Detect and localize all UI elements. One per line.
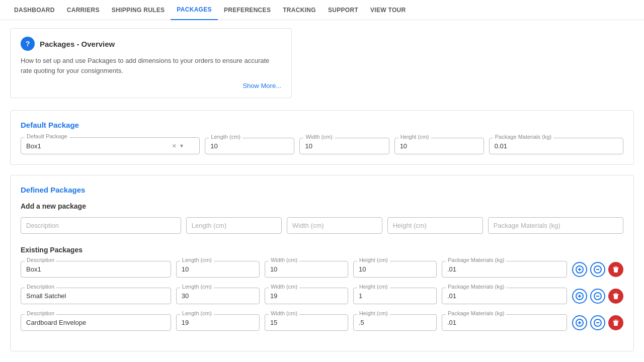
package-row-box1: Description Length (cm) Width (cm) Heigh…	[21, 261, 623, 278]
envelope-materials-label: Package Materials (kg)	[446, 310, 507, 316]
envelope-width-label: Width (cm)	[269, 310, 299, 316]
box1-delete-button[interactable]	[608, 262, 623, 277]
delete-icon	[612, 293, 619, 300]
satchel-materials-wrapper: Package Materials (kg)	[442, 288, 567, 304]
add-description-input[interactable]	[21, 217, 181, 234]
satchel-length-wrapper: Length (cm)	[176, 288, 260, 304]
delete-icon	[612, 266, 619, 273]
delete-icon	[612, 319, 619, 326]
main-content: ? Packages - Overview How to set up and …	[0, 20, 644, 362]
satchel-length-label: Length (cm)	[180, 284, 214, 290]
default-package-section: Default Package Default Package Box1 × ▾…	[10, 110, 634, 165]
show-more-link[interactable]: Show More...	[243, 82, 281, 89]
envelope-length-input[interactable]	[176, 314, 260, 331]
package-row-small-satchel: Description Length (cm) Width (cm) Heigh…	[21, 288, 623, 304]
nav-preferences[interactable]: PREFERENCES	[218, 0, 277, 20]
info-icon: ?	[21, 37, 35, 51]
default-package-select-value: Box1	[26, 142, 41, 150]
info-box: ? Packages - Overview How to set up and …	[10, 28, 292, 98]
nav-support[interactable]: SUPPORT	[322, 0, 364, 20]
defined-packages-title: Defined Packages	[21, 186, 623, 194]
default-length-input[interactable]	[205, 138, 294, 154]
dropdown-arrow-icon[interactable]: ▾	[180, 142, 183, 149]
nav-tracking[interactable]: TRACKING	[277, 0, 322, 20]
satchel-down-button[interactable]	[590, 289, 605, 304]
down-icon	[594, 265, 602, 274]
default-package-title: Default Package	[21, 121, 623, 129]
satchel-height-wrapper: Height (cm)	[353, 288, 437, 304]
default-width-wrapper: Width (cm)	[299, 138, 389, 154]
envelope-height-input[interactable]	[353, 314, 437, 331]
box1-height-input[interactable]	[353, 261, 437, 278]
nav-shipping-rules[interactable]: SHIPPING RULES	[106, 0, 171, 20]
envelope-delete-button[interactable]	[608, 315, 623, 330]
default-package-select-wrapper: Default Package Box1 × ▾	[21, 137, 200, 154]
nav-carriers[interactable]: CARRIERS	[61, 0, 106, 20]
satchel-width-label: Width (cm)	[269, 284, 299, 290]
satchel-width-wrapper: Width (cm)	[265, 288, 348, 304]
box1-materials-input[interactable]	[442, 261, 567, 278]
box1-length-wrapper: Length (cm)	[176, 261, 260, 278]
envelope-width-wrapper: Width (cm)	[265, 314, 348, 331]
box1-down-button[interactable]	[590, 262, 605, 277]
default-height-wrapper: Height (cm)	[394, 138, 484, 154]
satchel-height-input[interactable]	[353, 288, 437, 304]
add-width-input[interactable]	[287, 217, 382, 234]
clear-select-icon[interactable]: ×	[172, 142, 176, 150]
add-materials-input[interactable]	[488, 217, 623, 234]
nav-dashboard[interactable]: DASHBOARD	[8, 0, 61, 20]
add-package-title: Add a new package	[21, 202, 623, 210]
box1-actions	[572, 262, 623, 277]
envelope-actions	[572, 315, 623, 330]
satchel-description-wrapper: Description	[21, 288, 171, 304]
nav-view-tour[interactable]: VIEW TOUR	[364, 0, 412, 20]
envelope-description-wrapper: Description	[21, 314, 171, 331]
satchel-materials-input[interactable]	[442, 288, 567, 304]
default-width-label: Width (cm)	[303, 134, 334, 140]
info-box-title: Packages - Overview	[40, 40, 115, 48]
satchel-width-input[interactable]	[265, 288, 348, 304]
default-materials-input[interactable]	[489, 138, 623, 154]
satchel-length-input[interactable]	[176, 288, 260, 304]
default-length-label: Length (cm)	[209, 134, 243, 140]
envelope-down-button[interactable]	[590, 315, 605, 330]
default-materials-label: Package Materials (kg)	[493, 134, 554, 140]
nav-packages[interactable]: PACKAGES	[171, 0, 218, 20]
up-icon	[576, 265, 584, 274]
box1-height-label: Height (cm)	[357, 257, 390, 263]
envelope-length-wrapper: Length (cm)	[176, 314, 260, 331]
up-icon	[576, 292, 584, 300]
envelope-height-wrapper: Height (cm)	[353, 314, 437, 331]
envelope-description-input[interactable]	[21, 314, 171, 331]
envelope-length-label: Length (cm)	[180, 310, 214, 316]
box1-width-wrapper: Width (cm)	[265, 261, 348, 278]
envelope-up-button[interactable]	[572, 315, 587, 330]
satchel-description-input[interactable]	[21, 288, 171, 304]
box1-materials-label: Package Materials (kg)	[446, 257, 507, 263]
envelope-width-input[interactable]	[265, 314, 348, 331]
add-package-row	[21, 217, 623, 234]
box1-description-wrapper: Description	[21, 261, 171, 278]
default-package-row: Default Package Box1 × ▾ Length (cm) Wid…	[21, 137, 623, 154]
add-height-input[interactable]	[387, 217, 483, 234]
box1-materials-wrapper: Package Materials (kg)	[442, 261, 567, 278]
down-icon	[594, 292, 602, 300]
box1-up-button[interactable]	[572, 262, 587, 277]
box1-height-wrapper: Height (cm)	[353, 261, 437, 278]
default-length-wrapper: Length (cm)	[205, 138, 294, 154]
satchel-up-button[interactable]	[572, 289, 587, 304]
default-height-input[interactable]	[394, 138, 484, 154]
default-package-select-label: Default Package	[25, 133, 69, 139]
default-package-select[interactable]: Box1 × ▾	[21, 137, 200, 154]
satchel-materials-label: Package Materials (kg)	[446, 284, 507, 290]
box1-length-input[interactable]	[176, 261, 260, 278]
package-row-cardboard-envelope: Description Length (cm) Width (cm) Heigh…	[21, 314, 623, 331]
envelope-description-label: Description	[25, 310, 56, 316]
default-width-input[interactable]	[299, 138, 389, 154]
satchel-delete-button[interactable]	[608, 289, 623, 304]
box1-description-input[interactable]	[21, 261, 171, 278]
box1-width-input[interactable]	[265, 261, 348, 278]
add-length-input[interactable]	[186, 217, 282, 234]
envelope-materials-input[interactable]	[442, 314, 567, 331]
satchel-height-label: Height (cm)	[357, 284, 390, 290]
